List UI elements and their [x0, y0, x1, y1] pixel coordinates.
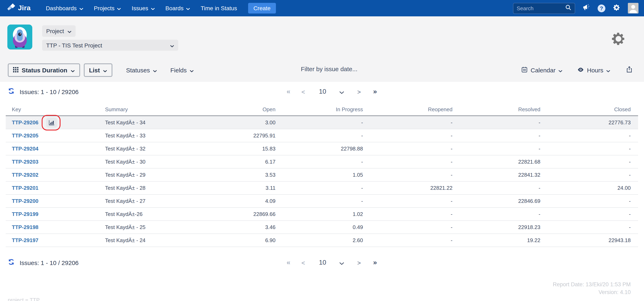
eye-icon — [577, 66, 584, 74]
next-page-button[interactable]: > — [355, 88, 364, 95]
project-select[interactable]: TTP - TIS Test Project — [42, 40, 178, 51]
column-header-closed[interactable]: Closed — [540, 106, 631, 113]
page-size-chevron-icon[interactable] — [337, 88, 347, 95]
view-mode-button[interactable]: List — [84, 63, 112, 77]
issue-summary: Test KaydÄ± - 33 — [105, 133, 194, 139]
nav-dashboards[interactable]: Dashboards — [46, 5, 83, 12]
app-window: Jira Dashboards Projects Issues Boards T… — [0, 0, 644, 301]
first-page-button[interactable]: « — [284, 258, 292, 267]
table-row[interactable]: TTP-29198 Test KaydÄ± - 25 3.46 0.49 - 2… — [6, 221, 638, 234]
column-header-open[interactable]: Open — [194, 106, 276, 113]
issue-key-link[interactable]: TTP-29197 — [12, 237, 38, 243]
table-row[interactable]: TTP-29206 Test KaydÄ± - 34 3.00 - — [6, 116, 638, 129]
first-page-button[interactable]: « — [284, 88, 292, 96]
issue-key-link[interactable]: TTP-29205 — [12, 133, 38, 139]
statuses-dropdown[interactable]: Statuses — [126, 67, 157, 74]
reopened-duration: - — [363, 146, 452, 152]
issue-summary: Test KaydÄ± - 28 — [105, 185, 194, 191]
table-row[interactable]: TTP-29205 Test KaydÄ± - 33 22795.91 - - … — [6, 129, 638, 142]
issue-key-link[interactable]: TTP-29201 — [12, 185, 38, 191]
issue-key-link[interactable]: TTP-29204 — [12, 146, 38, 152]
export-icon[interactable] — [626, 66, 633, 75]
top-navigation: Jira Dashboards Projects Issues Boards T… — [0, 0, 644, 16]
jira-logo[interactable]: Jira — [6, 3, 31, 14]
column-header-key[interactable]: Key — [6, 106, 105, 113]
column-header-reopened[interactable]: Reopened — [363, 106, 452, 113]
settings-gear-icon[interactable] — [611, 31, 626, 48]
page-size-chevron-icon[interactable] — [337, 259, 347, 266]
last-page-button[interactable]: » — [371, 258, 379, 267]
nav-issues[interactable]: Issues — [132, 5, 155, 12]
issue-key-link[interactable]: TTP-29202 — [12, 172, 38, 178]
open-duration: 6.90 — [194, 237, 276, 243]
issue-key-link[interactable]: TTP-29203 — [12, 159, 38, 165]
report-toolbar: Status Duration List Statuses Fields Fil… — [0, 63, 644, 77]
open-duration: 3.46 — [194, 224, 276, 230]
column-header-in-progress[interactable]: In Progress — [276, 106, 363, 113]
in-progress-duration: 2.60 — [276, 237, 363, 243]
closed-duration: - — [540, 159, 631, 165]
closed-duration: - — [540, 198, 631, 204]
search-input[interactable] — [517, 5, 562, 11]
next-page-button[interactable]: > — [355, 259, 364, 266]
closed-duration: 22776.73 — [540, 119, 631, 126]
chevron-down-icon — [103, 67, 107, 74]
nav-time-in-status[interactable]: Time in Status — [201, 5, 237, 12]
global-search[interactable] — [513, 3, 575, 14]
reopened-duration: - — [363, 172, 452, 178]
resolved-duration: 22846.69 — [452, 198, 540, 204]
report-type-button[interactable]: Status Duration — [8, 63, 80, 77]
nav-boards[interactable]: Boards — [165, 5, 190, 12]
time-unit-dropdown[interactable]: Hours — [577, 66, 610, 74]
table-row[interactable]: TTP-29204 Test KaydÄ± - 32 15.83 22798.8… — [6, 142, 638, 155]
refresh-icon[interactable] — [8, 258, 15, 267]
closed-duration: - — [540, 211, 631, 217]
scope-selector-button[interactable]: Project — [42, 25, 76, 37]
page-size-value[interactable]: 10 — [316, 259, 329, 266]
results-bar-bottom: Issues: 1 - 10 / 29206 « < 10 > » — [0, 253, 644, 272]
issue-summary: Test KaydÄ± - 34 — [105, 119, 194, 126]
report-date: Report Date: 13/Eki/20 1:53 PM — [553, 280, 631, 288]
create-button[interactable]: Create — [248, 3, 276, 14]
help-icon[interactable]: ? — [598, 4, 605, 12]
gear-icon[interactable] — [613, 4, 620, 13]
table-row[interactable]: TTP-29200 Test KaydÄ± - 27 4.09 - - 2284… — [6, 195, 638, 208]
in-progress-duration: 22798.88 — [276, 146, 363, 152]
megaphone-icon[interactable] — [582, 4, 590, 13]
resolved-duration: - — [452, 146, 540, 152]
table-row[interactable]: TTP-29197 Test KaydÄ± - 24 6.90 2.60 - 1… — [6, 234, 638, 247]
issue-date-filter[interactable]: Filter by issue date... — [301, 66, 358, 72]
table-row[interactable]: TTP-29199 Test KaydÄ±-26 22869.66 1.02 -… — [6, 208, 638, 221]
table-row[interactable]: TTP-29201 Test KaydÄ± - 28 3.11 - 22821.… — [6, 182, 638, 195]
column-header-resolved[interactable]: Resolved — [452, 106, 540, 113]
nav-projects[interactable]: Projects — [94, 5, 121, 12]
chart-icon[interactable] — [46, 118, 57, 127]
open-duration: 3.53 — [194, 172, 276, 178]
in-progress-duration: - — [276, 198, 363, 204]
previous-page-button[interactable]: < — [299, 259, 308, 266]
user-avatar[interactable] — [628, 3, 638, 14]
results-bar-top: Issues: 1 - 10 / 29206 « < 10 > » — [0, 82, 644, 101]
chevron-down-icon — [151, 5, 155, 12]
issue-key-link[interactable]: TTP-29206 — [12, 119, 38, 126]
refresh-icon[interactable] — [8, 87, 15, 96]
last-page-button[interactable]: » — [371, 88, 379, 96]
issue-key-link[interactable]: TTP-29200 — [12, 198, 38, 204]
fields-dropdown[interactable]: Fields — [170, 67, 194, 74]
issue-key-link[interactable]: TTP-29199 — [12, 211, 38, 217]
grid-icon — [13, 67, 18, 74]
search-icon[interactable] — [565, 4, 572, 12]
chevron-down-icon — [558, 67, 562, 74]
table-row[interactable]: TTP-29202 Test KaydÄ± - 29 3.53 1.05 - 2… — [6, 168, 638, 182]
results-count: Issues: 1 - 10 / 29206 — [20, 259, 79, 266]
calendar-dropdown[interactable]: Calendar — [521, 66, 562, 74]
table-row[interactable]: TTP-29203 Test KaydÄ± - 30 6.17 - - 2282… — [6, 155, 638, 168]
open-duration: 22869.66 — [194, 211, 276, 217]
closed-duration: - — [540, 224, 631, 230]
reopened-duration: 22821.22 — [363, 185, 452, 191]
previous-page-button[interactable]: < — [299, 88, 308, 95]
column-header-summary[interactable]: Summary — [105, 106, 194, 113]
resolved-duration: 19.22 — [452, 237, 540, 243]
page-size-value[interactable]: 10 — [316, 88, 329, 95]
issue-key-link[interactable]: TTP-29198 — [12, 224, 38, 230]
